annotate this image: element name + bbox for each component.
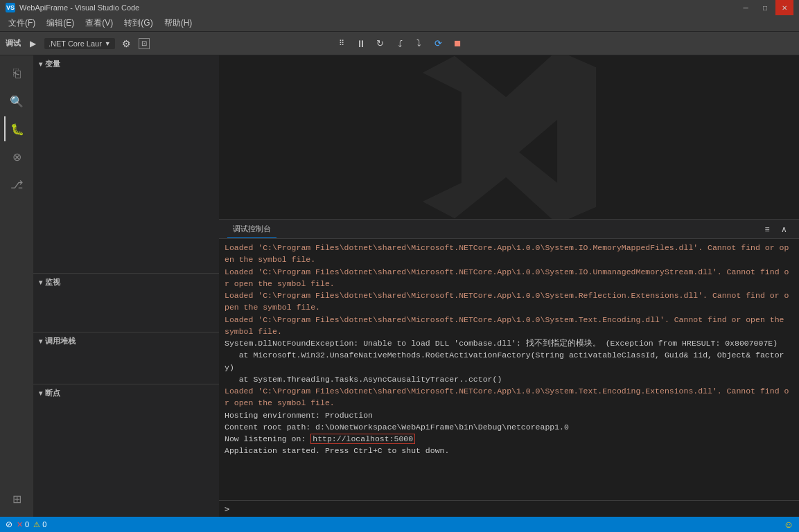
debug-panel: 调试控制台 ≡ ∧ Loaded 'C:\Program Files\dotne… (219, 219, 799, 517)
watch-section-header[interactable]: ▾ 监视 (33, 274, 219, 290)
menu-bar: 文件(F) 编辑(E) 查看(V) 转到(G) 帮助(H) (0, 15, 799, 32)
activity-git[interactable]: ⎇ (4, 172, 29, 197)
watch-section: ▾ 监视 (33, 273, 219, 332)
localhost-url[interactable]: http://localhost:5000 (310, 434, 415, 444)
debug-terminal-button[interactable]: ⊡ (139, 38, 150, 49)
console-line: System.DllNotFoundException: Unable to l… (225, 337, 793, 349)
console-line: at System.Threading.Tasks.AsyncCausality… (225, 373, 793, 385)
debug-pause-button[interactable]: ⏸ (353, 35, 369, 52)
debug-restart-button[interactable]: ↻ (372, 35, 389, 52)
panel-collapse-icon[interactable]: ∧ (777, 222, 791, 236)
variables-content (33, 72, 219, 273)
menu-goto[interactable]: 转到(G) (118, 17, 158, 30)
vscode-logo-bg (412, 55, 606, 219)
console-line: Application started. Press Ctrl+C to shu… (225, 445, 793, 456)
editor-content (219, 55, 799, 219)
watch-arrow-icon: ▾ (39, 278, 42, 286)
call-stack-content (33, 349, 219, 384)
warning-count: ⚠ 0 (33, 520, 46, 529)
status-left: ⊘ ✕ 0 ⚠ 0 (6, 520, 46, 529)
minimize-button[interactable]: ─ (737, 0, 755, 15)
debug-label: 调试 (6, 38, 21, 48)
console-line: Content root path: d:\DoNetWorkspace\Web… (225, 421, 793, 433)
debug-controls: ⠿ ⏸ ↻ ⤵ ⤵ ⟳ ⏹ (333, 35, 466, 52)
variables-label: 变量 (45, 59, 60, 69)
main-layout: ⎗ 🔍 🐛 ⊗ ⎇ ⊞ ▾ 变量 ▾ 监视 ▾ 调用堆栈 (0, 55, 799, 517)
debug-config-selector[interactable]: .NET Core Laur ▼ (44, 38, 115, 49)
debug-step-over-button[interactable]: ⤵ (392, 35, 408, 52)
sidebar: ▾ 变量 ▾ 监视 ▾ 调用堆栈 ▾ 断点 (33, 55, 219, 517)
debug-status-icon: ⊘ (6, 520, 12, 529)
debug-run-button[interactable]: ▶ (26, 37, 39, 50)
breakpoints-section-header[interactable]: ▾ 断点 (33, 384, 219, 401)
console-line: Loaded 'C:\Program Files\dotnet\shared\M… (225, 290, 793, 314)
maximize-button[interactable]: □ (756, 0, 774, 15)
console-output[interactable]: Loaded 'C:\Program Files\dotnet\shared\M… (219, 239, 799, 500)
variables-section: ▾ 变量 (33, 55, 219, 273)
console-prompt: > (225, 504, 229, 514)
error-count: ✕ 0 (17, 520, 29, 529)
console-input[interactable] (232, 504, 793, 513)
window-title: WebApiFrame - Visual Studio Code (19, 3, 737, 12)
menu-file[interactable]: 文件(F) (3, 17, 41, 30)
debug-settings-button[interactable]: ⚙ (121, 37, 133, 50)
activity-debug[interactable]: 🐛 (4, 116, 29, 141)
variables-section-header[interactable]: ▾ 变量 (33, 55, 219, 72)
debug-config-name: .NET Core Laur (49, 39, 102, 48)
breakpoints-label: 断点 (45, 388, 60, 398)
console-line: Hosting environment: Production (225, 409, 793, 421)
watch-content (33, 290, 219, 332)
chevron-down-icon: ▼ (105, 40, 111, 47)
console-line: Loaded 'C:\Program Files\dotnet\shared\M… (225, 266, 793, 290)
status-bar: ⊘ ✕ 0 ⚠ 0 ☺ (0, 517, 799, 532)
call-stack-section: ▾ 调用堆栈 (33, 332, 219, 384)
variables-arrow-icon: ▾ (39, 60, 42, 68)
panel-controls: ≡ ∧ (760, 222, 791, 236)
menu-view[interactable]: 查看(V) (80, 17, 118, 30)
panel-header: 调试控制台 ≡ ∧ (219, 220, 799, 239)
status-right: ☺ (784, 519, 793, 530)
title-bar: VS WebApiFrame - Visual Studio Code ─ □ … (0, 0, 799, 15)
watch-label: 监视 (45, 277, 60, 287)
panel-list-icon[interactable]: ≡ (760, 222, 774, 236)
menu-help[interactable]: 帮助(H) (159, 17, 198, 30)
feedback-icon[interactable]: ☺ (784, 519, 793, 530)
menu-edit[interactable]: 编辑(E) (41, 17, 80, 30)
breakpoints-content (33, 401, 219, 429)
warning-icon: ⚠ (33, 520, 40, 529)
debug-dots-button[interactable]: ⠿ (333, 35, 350, 52)
activity-search[interactable]: 🔍 (4, 89, 29, 114)
activity-panel[interactable]: ⊞ (4, 486, 29, 511)
window-controls: ─ □ ✕ (737, 0, 793, 15)
console-line: Loaded 'C:\Program Files\dotnet\shared\M… (225, 385, 793, 409)
breakpoints-arrow-icon: ▾ (39, 389, 42, 397)
editor-area: 调试控制台 ≡ ∧ Loaded 'C:\Program Files\dotne… (219, 55, 799, 517)
app-icon: VS (6, 3, 15, 12)
activity-extensions[interactable]: ⊗ (4, 144, 29, 169)
debug-console-tab[interactable]: 调试控制台 (227, 221, 276, 238)
activity-explorer[interactable]: ⎗ (4, 61, 29, 86)
debug-step-into-button[interactable]: ⤵ (411, 35, 428, 52)
call-stack-arrow-icon: ▾ (39, 337, 42, 345)
activity-bar: ⎗ 🔍 🐛 ⊗ ⎇ ⊞ (0, 55, 33, 517)
debug-toolbar: 调试 ▶ .NET Core Laur ▼ ⚙ ⊡ ⠿ ⏸ ↻ ⤵ ⤵ ⟳ ⏹ (0, 32, 799, 55)
console-input-row: > (219, 500, 799, 517)
call-stack-section-header[interactable]: ▾ 调用堆栈 (33, 332, 219, 349)
console-line: Loaded 'C:\Program Files\dotnet\shared\M… (225, 242, 793, 266)
console-line: Now listening on: http://localhost:5000 (225, 433, 793, 445)
error-icon: ✕ (17, 520, 23, 529)
console-line: Loaded 'C:\Program Files\dotnet\shared\M… (225, 314, 793, 338)
console-line: at Microsoft.Win32.UnsafeNativeMethods.R… (225, 349, 793, 373)
debug-stop-button[interactable]: ⏹ (450, 35, 466, 52)
debug-step-out-button[interactable]: ⟳ (430, 35, 447, 52)
call-stack-label: 调用堆栈 (45, 336, 76, 346)
breakpoints-section: ▾ 断点 (33, 384, 219, 429)
close-button[interactable]: ✕ (775, 0, 793, 15)
